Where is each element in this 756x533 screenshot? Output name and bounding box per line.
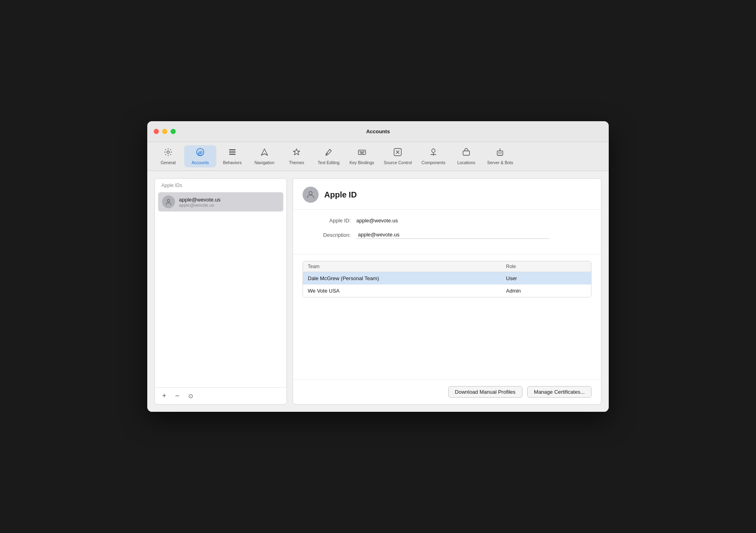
- toolbar-item-locations[interactable]: Locations: [450, 145, 482, 167]
- server-bots-label: Server & Bots: [487, 160, 513, 165]
- svg-text:@: @: [198, 149, 203, 155]
- traffic-lights: [154, 129, 176, 134]
- toolbar-item-navigation[interactable]: Navigation: [248, 145, 280, 167]
- general-icon: [164, 148, 173, 159]
- toolbar: General@AccountsBehaviorsNavigationTheme…: [147, 142, 609, 171]
- components-label: Components: [421, 160, 445, 165]
- team-cell: We Vote USA: [308, 288, 506, 294]
- themes-label: Themes: [289, 160, 304, 165]
- toolbar-item-key-bindings[interactable]: Key Bindings: [345, 145, 379, 167]
- locations-label: Locations: [457, 160, 475, 165]
- table-body: Dale McGrew (Personal Team)UserWe Vote U…: [303, 272, 591, 297]
- toolbar-item-accounts[interactable]: @Accounts: [184, 145, 216, 167]
- close-button[interactable]: [154, 129, 159, 134]
- sidebar-header: Apple IDs: [155, 179, 287, 191]
- toolbar-item-behaviors[interactable]: Behaviors: [216, 145, 248, 167]
- svg-rect-8: [361, 151, 362, 153]
- svg-rect-14: [463, 151, 469, 155]
- add-account-button[interactable]: +: [161, 391, 168, 401]
- svg-rect-15: [497, 151, 503, 155]
- source-control-label: Source Control: [384, 160, 412, 165]
- source-control-icon: [393, 148, 402, 159]
- key-bindings-label: Key Bindings: [350, 160, 374, 165]
- panel-footer: Download Manual Profiles Manage Certific…: [293, 379, 601, 404]
- toolbar-item-text-editing[interactable]: Text Editing: [313, 145, 345, 167]
- download-profiles-button[interactable]: Download Manual Profiles: [448, 386, 522, 398]
- panel-header: Apple ID: [293, 179, 601, 210]
- titlebar: Accounts: [147, 121, 609, 142]
- sidebar-account-item[interactable]: apple@wevote.usapple@wevote.us: [158, 192, 283, 212]
- accounts-label: Accounts: [191, 160, 209, 165]
- behaviors-label: Behaviors: [223, 160, 242, 165]
- themes-icon: [292, 148, 301, 159]
- locations-icon: [462, 148, 471, 159]
- more-options-button[interactable]: ⊙: [187, 392, 195, 401]
- teams-table: Team Role Dale McGrew (Personal Team)Use…: [303, 261, 591, 297]
- main-window: Accounts General@AccountsBehaviorsNaviga…: [147, 121, 609, 412]
- accounts-icon: @: [196, 148, 205, 159]
- detail-panel: Apple ID Apple ID: apple@wevote.us Descr…: [293, 178, 602, 405]
- sidebar-footer: + − ⊙: [155, 387, 287, 404]
- team-cell: Dale McGrew (Personal Team): [308, 275, 506, 281]
- text-editing-icon: [324, 148, 333, 159]
- description-label: Description:: [303, 232, 351, 238]
- account-info: apple@wevote.usapple@wevote.us: [179, 197, 221, 208]
- svg-rect-4: [229, 152, 236, 153]
- minimize-button[interactable]: [162, 129, 167, 134]
- apple-id-avatar: [303, 187, 319, 203]
- svg-rect-10: [360, 153, 364, 154]
- general-label: General: [161, 160, 175, 165]
- toolbar-item-server-bots[interactable]: Server & Bots: [482, 145, 518, 167]
- svg-point-18: [500, 149, 500, 149]
- navigation-icon: [260, 148, 269, 159]
- table-row[interactable]: Dale McGrew (Personal Team)User: [303, 272, 591, 285]
- account-sub: apple@wevote.us: [179, 203, 221, 208]
- table-row[interactable]: We Vote USAAdmin: [303, 285, 591, 297]
- window-title: Accounts: [366, 128, 390, 134]
- svg-rect-9: [363, 151, 364, 153]
- text-editing-label: Text Editing: [318, 160, 339, 165]
- role-column-header: Role: [506, 264, 586, 269]
- description-input[interactable]: [356, 231, 549, 239]
- team-column-header: Team: [308, 264, 506, 269]
- svg-point-0: [167, 151, 169, 153]
- svg-rect-7: [360, 151, 361, 153]
- account-avatar: [162, 195, 175, 208]
- svg-point-19: [167, 199, 170, 202]
- toolbar-item-source-control[interactable]: Source Control: [379, 145, 417, 167]
- role-cell: User: [506, 275, 586, 281]
- svg-point-17: [500, 153, 502, 154]
- apple-id-value: apple@wevote.us: [356, 218, 398, 224]
- table-header: Team Role: [303, 261, 591, 272]
- teams-table-section: Team Role Dale McGrew (Personal Team)Use…: [293, 254, 601, 379]
- key-bindings-icon: [358, 148, 366, 159]
- svg-rect-5: [229, 154, 236, 155]
- panel-fields: Apple ID: apple@wevote.us Description:: [293, 210, 601, 254]
- account-email: apple@wevote.us: [179, 197, 221, 203]
- components-icon: [429, 148, 438, 159]
- svg-rect-3: [229, 149, 236, 151]
- sidebar-list: apple@wevote.usapple@wevote.us: [155, 191, 287, 387]
- toolbar-item-components[interactable]: Components: [417, 145, 450, 167]
- role-cell: Admin: [506, 288, 586, 294]
- svg-point-16: [498, 153, 500, 154]
- behaviors-icon: [228, 148, 237, 159]
- content-area: Apple IDs apple@wevote.usapple@wevote.us…: [147, 171, 609, 412]
- toolbar-item-themes[interactable]: Themes: [280, 145, 313, 167]
- svg-point-20: [309, 191, 312, 195]
- apple-id-row: Apple ID: apple@wevote.us: [303, 218, 591, 224]
- remove-account-button[interactable]: −: [174, 391, 181, 401]
- description-row: Description:: [303, 231, 591, 239]
- toolbar-item-general[interactable]: General: [152, 145, 184, 167]
- maximize-button[interactable]: [171, 129, 176, 134]
- navigation-label: Navigation: [254, 160, 274, 165]
- server-bots-icon: [496, 148, 504, 159]
- panel-title: Apple ID: [324, 190, 357, 199]
- sidebar: Apple IDs apple@wevote.usapple@wevote.us…: [154, 178, 287, 405]
- apple-id-label: Apple ID:: [303, 218, 351, 224]
- manage-certificates-button[interactable]: Manage Certificates...: [527, 386, 591, 398]
